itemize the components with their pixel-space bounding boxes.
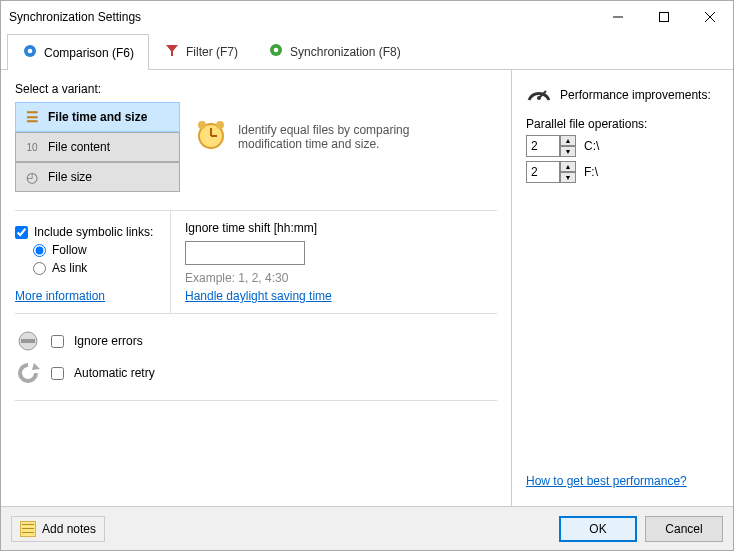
maximize-icon: [659, 12, 669, 22]
svg-marker-6: [166, 45, 178, 56]
select-variant-label: Select a variant:: [15, 82, 497, 96]
funnel-icon: [164, 42, 180, 61]
spinner-down-f[interactable]: ▼: [560, 172, 576, 183]
drive-label-f: F:\: [584, 165, 598, 179]
include-symlinks-label: Include symbolic links:: [34, 225, 153, 239]
handle-dst-link[interactable]: Handle daylight saving time: [185, 289, 332, 303]
svg-point-12: [198, 121, 206, 129]
gauge-icon: [526, 82, 552, 107]
tab-bar: Comparison (F6) Filter (F7) Synchronizat…: [1, 33, 733, 70]
spinner-up-f[interactable]: ▲: [560, 161, 576, 172]
svg-marker-16: [32, 363, 40, 370]
add-notes-label: Add notes: [42, 522, 96, 536]
tab-comparison-label: Comparison (F6): [44, 46, 134, 60]
svg-point-5: [28, 49, 33, 54]
variant-content-label: File content: [48, 140, 110, 154]
auto-retry-label: Automatic retry: [74, 366, 155, 380]
close-icon: [705, 12, 715, 22]
tab-sync[interactable]: Synchronization (F8): [253, 33, 416, 69]
maximize-button[interactable]: [641, 2, 687, 32]
svg-rect-1: [660, 13, 669, 22]
as-link-radio[interactable]: [33, 262, 46, 275]
ignore-errors-label: Ignore errors: [74, 334, 143, 348]
minimize-button[interactable]: [595, 2, 641, 32]
tab-filter-label: Filter (F7): [186, 45, 238, 59]
as-link-label: As link: [52, 261, 87, 275]
variant-file-size[interactable]: ◴ File size: [15, 162, 180, 192]
close-button[interactable]: [687, 2, 733, 32]
auto-retry-checkbox[interactable]: [51, 367, 64, 380]
parallel-value-c[interactable]: [526, 135, 560, 157]
ignore-errors-checkbox[interactable]: [51, 335, 64, 348]
gear-blue-icon: [22, 43, 38, 62]
ok-button[interactable]: OK: [559, 516, 637, 542]
add-notes-button[interactable]: Add notes: [11, 516, 105, 542]
variant-time-label: File time and size: [48, 110, 147, 124]
retry-icon: [15, 360, 41, 386]
svg-point-8: [274, 48, 279, 53]
svg-point-13: [216, 121, 224, 129]
minimize-icon: [613, 12, 623, 22]
note-icon: [20, 521, 36, 537]
variant-file-time-size[interactable]: ☰ File time and size: [15, 102, 180, 132]
variant-file-content[interactable]: 10 File content: [15, 132, 180, 162]
tab-comparison[interactable]: Comparison (F6): [7, 34, 149, 70]
parallel-value-f[interactable]: [526, 161, 560, 183]
time-shift-example: Example: 1, 2, 4:30: [185, 271, 332, 285]
spinner-up-c[interactable]: ▲: [560, 135, 576, 146]
follow-label: Follow: [52, 243, 87, 257]
ignore-time-shift-label: Ignore time shift [hh:mm]: [185, 221, 332, 235]
svg-point-18: [537, 96, 541, 100]
best-performance-link[interactable]: How to get best performance?: [526, 474, 687, 488]
clock-icon: [194, 118, 228, 155]
svg-rect-15: [21, 339, 35, 343]
tab-filter[interactable]: Filter (F7): [149, 33, 253, 69]
window-title: Synchronization Settings: [9, 10, 595, 24]
parallel-ops-label: Parallel file operations:: [526, 117, 719, 131]
more-information-link[interactable]: More information: [15, 289, 105, 303]
variant-description: Identify equal files by comparing modifi…: [238, 123, 464, 151]
binary-icon: 10: [24, 139, 40, 155]
spinner-down-c[interactable]: ▼: [560, 146, 576, 157]
size-icon: ◴: [24, 169, 40, 185]
ignore-errors-icon: [15, 328, 41, 354]
perf-title: Performance improvements:: [560, 88, 711, 102]
time-shift-input[interactable]: [185, 241, 305, 265]
include-symlinks-checkbox[interactable]: [15, 226, 28, 239]
tab-sync-label: Synchronization (F8): [290, 45, 401, 59]
footer: Add notes OK Cancel: [1, 506, 733, 550]
follow-radio[interactable]: [33, 244, 46, 257]
variant-size-label: File size: [48, 170, 92, 184]
titlebar: Synchronization Settings: [1, 1, 733, 33]
list-icon: ☰: [24, 109, 40, 125]
drive-label-c: C:\: [584, 139, 599, 153]
cancel-button[interactable]: Cancel: [645, 516, 723, 542]
gear-green-icon: [268, 42, 284, 61]
